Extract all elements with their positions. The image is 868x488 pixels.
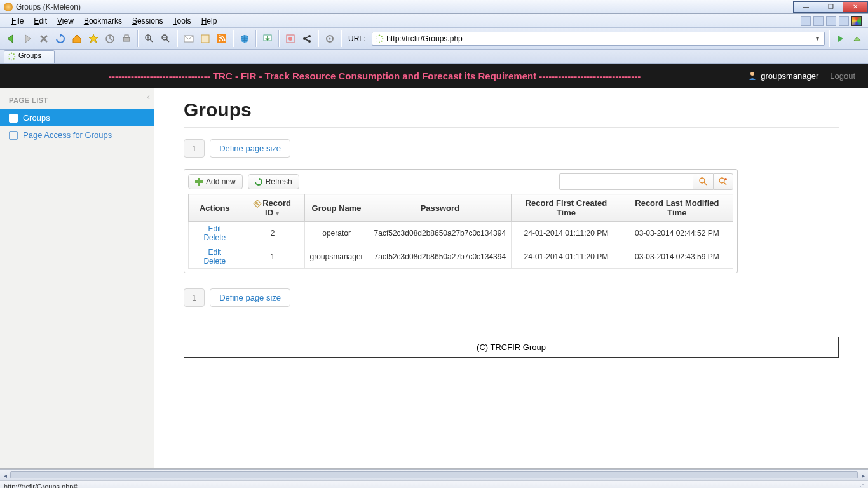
- advanced-search-button[interactable]: [713, 173, 733, 190]
- page-number-button[interactable]: 1: [184, 139, 205, 158]
- status-text: http://trcfir/Groups.php#: [4, 483, 78, 489]
- scroll-left-icon[interactable]: ◂: [1, 471, 10, 480]
- pager-top: 1 Define page size: [184, 139, 839, 158]
- refresh-label: Refresh: [266, 177, 292, 186]
- back-button[interactable]: [4, 32, 18, 46]
- define-page-size-button[interactable]: Define page size: [210, 139, 290, 158]
- browser-tab[interactable]: Groups: [4, 50, 55, 63]
- sidebar-item-groups[interactable]: Groups: [0, 109, 154, 126]
- window-close-button[interactable]: ✕: [843, 1, 868, 13]
- divider: [184, 320, 839, 320]
- main-content: Groups 1 Define page size Add new Refres…: [154, 88, 868, 468]
- menu-view[interactable]: View: [52, 15, 79, 27]
- sidebar-collapse-icon[interactable]: ‹: [147, 92, 150, 102]
- reload-button[interactable]: [53, 32, 67, 46]
- column-record-id[interactable]: ⚿Record ID▼: [241, 194, 304, 222]
- edit-link[interactable]: Edit: [208, 224, 221, 233]
- key-icon: ⚿: [253, 198, 263, 208]
- user-menu[interactable]: groupsmanager: [742, 71, 825, 81]
- svg-point-33: [9, 54, 10, 55]
- menu-bookmarks[interactable]: Bookmarks: [79, 15, 127, 27]
- svg-point-13: [308, 35, 311, 37]
- url-bar[interactable]: ▾: [372, 32, 825, 46]
- print-button[interactable]: [119, 32, 133, 46]
- stop-button[interactable]: [37, 32, 51, 46]
- toolbar: URL: ▾: [0, 28, 868, 50]
- menubar-shortcut-2[interactable]: [813, 16, 824, 26]
- svg-point-19: [381, 36, 383, 37]
- user-icon: [748, 71, 757, 80]
- username-label: groupsmanager: [761, 71, 818, 81]
- horizontal-scrollbar[interactable]: ◂ ⋮⋮⋮ ▸: [0, 469, 868, 480]
- download-button[interactable]: [261, 32, 275, 46]
- tab-bar: Groups: [0, 50, 868, 64]
- cell-modified: 03-03-2014 02:43:59 PM: [621, 245, 733, 269]
- settings-button[interactable]: [323, 32, 337, 46]
- url-dropdown-icon[interactable]: ▾: [813, 35, 822, 42]
- history-button[interactable]: [103, 32, 117, 46]
- menubar-shortcut-1[interactable]: [801, 16, 811, 26]
- menu-tools[interactable]: Tools: [168, 15, 196, 27]
- menubar-shortcut-4[interactable]: [839, 16, 849, 26]
- home-button[interactable]: [70, 32, 84, 46]
- cell-password: 7acf52c3d08d2b8650a27b7c0c134394: [369, 222, 512, 245]
- delete-link[interactable]: Delete: [203, 257, 226, 266]
- column-password[interactable]: Password: [369, 194, 512, 222]
- define-page-size-button[interactable]: Define page size: [210, 288, 290, 307]
- tab-icon: [7, 52, 16, 61]
- menubar-shortcut-5[interactable]: [851, 16, 862, 26]
- cell-password: 7acf52c3d08d2b8650a27b7c0c134394: [369, 245, 512, 269]
- menu-help[interactable]: Help: [196, 15, 222, 27]
- menu-file[interactable]: File: [6, 15, 29, 27]
- svg-point-30: [11, 59, 12, 60]
- plugin-button-1[interactable]: [283, 32, 297, 46]
- sidebar-item-page-access[interactable]: Page Access for Groups: [0, 126, 154, 144]
- window-maximize-button[interactable]: ❐: [818, 1, 843, 13]
- column-group-name[interactable]: Group Name: [304, 194, 369, 222]
- globe-button[interactable]: [238, 32, 252, 46]
- menu-edit[interactable]: Edit: [29, 15, 52, 27]
- column-modified[interactable]: Record Last Modified Time: [621, 194, 733, 222]
- svg-point-34: [750, 72, 754, 76]
- svg-rect-36: [198, 178, 200, 186]
- svg-point-26: [11, 52, 13, 54]
- svg-point-8: [219, 39, 221, 41]
- menubar-shortcut-3[interactable]: [826, 16, 836, 26]
- logout-link[interactable]: Logout: [825, 71, 860, 81]
- svg-point-14: [303, 37, 306, 40]
- search-button[interactable]: [693, 173, 713, 190]
- page-number-button[interactable]: 1: [184, 288, 205, 307]
- mail-button[interactable]: [182, 32, 196, 46]
- search-input[interactable]: [559, 173, 693, 190]
- add-new-button[interactable]: Add new: [188, 174, 243, 189]
- data-grid: Actions ⚿Record ID▼ Group Name Password …: [188, 194, 733, 269]
- table-row: Edit Delete 1 groupsmanager 7acf52c3d08d…: [189, 245, 733, 269]
- window-minimize-button[interactable]: —: [793, 1, 818, 13]
- page-footer: (C) TRCFIR Group: [184, 337, 839, 358]
- zoom-out-button[interactable]: [159, 32, 173, 46]
- forward-button[interactable]: [20, 32, 34, 46]
- zoom-in-button[interactable]: [142, 32, 156, 46]
- go-up-button[interactable]: [850, 32, 864, 46]
- add-new-label: Add new: [206, 177, 236, 186]
- column-created[interactable]: Record First Created Time: [512, 194, 621, 222]
- window-title: Groups (K-Meleon): [16, 3, 81, 11]
- svg-rect-2: [125, 35, 128, 37]
- go-button[interactable]: [834, 32, 848, 46]
- svg-point-37: [700, 178, 705, 183]
- url-input[interactable]: [386, 34, 813, 43]
- resize-grip-icon[interactable]: ⋰: [857, 482, 864, 489]
- add-icon: [195, 178, 203, 186]
- scroll-right-icon[interactable]: ▸: [858, 471, 867, 480]
- edit-link[interactable]: Edit: [208, 248, 221, 257]
- svg-point-25: [377, 36, 377, 36]
- row-actions: Edit Delete: [189, 222, 241, 245]
- delete-link[interactable]: Delete: [203, 233, 226, 242]
- menu-sessions[interactable]: Sessions: [127, 15, 168, 27]
- refresh-button[interactable]: Refresh: [248, 174, 299, 189]
- favorites-button[interactable]: [86, 32, 100, 46]
- news-button[interactable]: [198, 32, 212, 46]
- rss-button[interactable]: [215, 32, 229, 46]
- sidebar-item-label: Page Access for Groups: [23, 130, 112, 140]
- share-button[interactable]: [300, 32, 314, 46]
